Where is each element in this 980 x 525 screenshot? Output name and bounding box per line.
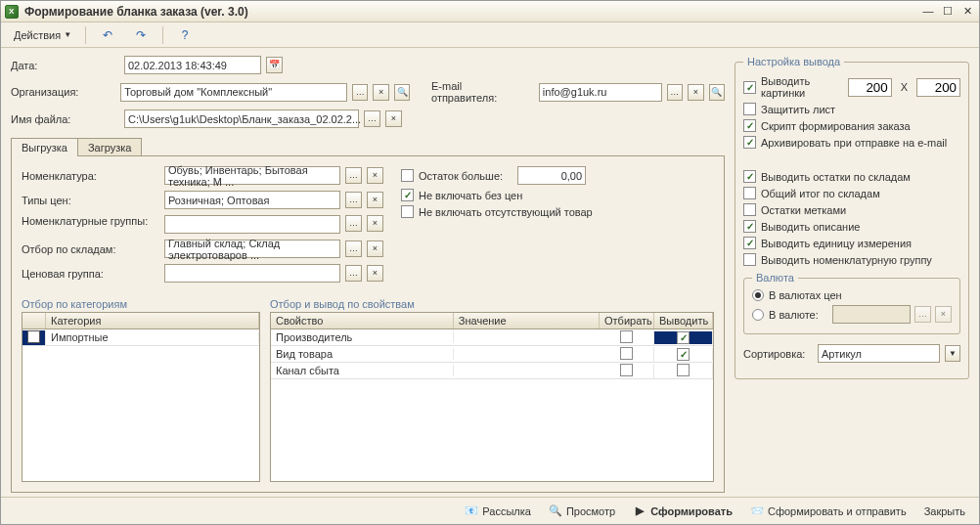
filename-value: C:\Users\g1uk\Desktop\Бланк_заказа_02.02… — [128, 113, 361, 125]
currency-clear-button[interactable]: × — [935, 306, 952, 323]
prop-out-checkbox[interactable]: ✓ — [677, 348, 690, 361]
maximize-button[interactable]: ☐ — [940, 5, 956, 19]
org-clear-button[interactable]: × — [373, 84, 388, 101]
warehouse-clear-button[interactable]: × — [367, 241, 383, 257]
form-send-button[interactable]: 📨 Сформировать и отправить — [746, 503, 911, 520]
prop-out-checkbox[interactable] — [677, 364, 690, 376]
exclude-noprice-checkbox[interactable]: ✓ — [401, 189, 414, 201]
undo-button[interactable]: ↶ — [93, 25, 122, 45]
calendar-button[interactable] — [266, 57, 283, 73]
warehouse-field[interactable]: Главный склад; Склад электротоваров ... — [164, 240, 340, 258]
currency-group: Валюта В валютах цен В валюте: … × — [743, 272, 960, 334]
property-row[interactable]: Вид товара ✓ — [271, 346, 713, 363]
show-desc-label: Выводить описание — [761, 221, 860, 233]
org-open-button[interactable]: 🔍 — [394, 84, 410, 101]
minimize-button[interactable]: — — [920, 5, 936, 19]
tabs: Выгрузка Загрузка — [11, 138, 725, 156]
email-field[interactable]: info@g1uk.ru — [539, 83, 662, 102]
image-width-field[interactable] — [848, 78, 892, 97]
separator — [85, 26, 86, 44]
output-settings-title: Настройка вывода — [743, 56, 844, 67]
form-button[interactable]: ▶ Сформировать — [629, 503, 736, 520]
prop-sel-checkbox[interactable] — [620, 364, 633, 376]
preview-button[interactable]: 🔍 Просмотр — [545, 503, 619, 520]
redo-icon: ↷ — [133, 27, 149, 43]
radio-price-currencies-label: В валютах цен — [769, 289, 842, 301]
cat-col-name[interactable]: Категория — [46, 313, 259, 328]
nomen-clear-button[interactable]: × — [367, 167, 383, 184]
close-button[interactable]: ✕ — [959, 5, 975, 19]
zip-email-label: Архивировать при отправке на e-mail — [761, 137, 947, 149]
category-row-checkbox[interactable] — [27, 330, 40, 343]
nomen-select-button[interactable]: … — [345, 167, 362, 184]
prop-out-checkbox[interactable]: ✓ — [677, 331, 690, 344]
stock-gt-checkbox[interactable] — [401, 169, 414, 182]
org-select-button[interactable]: … — [352, 84, 368, 101]
category-row[interactable]: Импортные — [22, 329, 259, 346]
pricetypes-select-button[interactable]: … — [345, 192, 362, 208]
zip-email-checkbox[interactable]: ✓ — [743, 136, 756, 149]
prop-col-value[interactable]: Значение — [454, 313, 600, 328]
radio-price-currencies[interactable] — [752, 289, 764, 301]
nomengroups-select-button[interactable]: … — [345, 215, 362, 232]
email-open-button[interactable]: 🔍 — [709, 84, 725, 101]
sort-dropdown-button[interactable]: ▼ — [945, 345, 960, 362]
org-field[interactable]: Торговый дом "Комплексный" — [120, 83, 347, 102]
image-height-field[interactable] — [916, 78, 960, 97]
redo-button[interactable]: ↷ — [126, 25, 156, 45]
actions-menu[interactable]: Действия ▼ — [7, 25, 78, 45]
radio-in-currency[interactable] — [752, 309, 764, 321]
show-group-label: Выводить номенклатурную группу — [761, 254, 932, 266]
help-button[interactable]: ? — [170, 25, 200, 45]
prop-sel-checkbox[interactable] — [620, 330, 633, 343]
totals-by-wh-label: Общий итог по складам — [761, 188, 880, 199]
tab-import[interactable]: Загрузка — [77, 138, 142, 156]
stocks-tags-checkbox[interactable] — [743, 203, 756, 216]
radio-in-currency-label: В валюте: — [769, 309, 827, 321]
filename-select-button[interactable]: … — [364, 110, 380, 127]
email-select-button[interactable]: … — [667, 84, 683, 101]
show-desc-checkbox[interactable]: ✓ — [743, 220, 756, 233]
category-name: Импортные — [46, 331, 259, 343]
pricegroup-clear-button[interactable]: × — [367, 265, 383, 282]
toolbar: Действия ▼ ↶ ↷ ? — [1, 22, 979, 48]
currency-select-button[interactable]: … — [914, 306, 931, 323]
totals-by-wh-checkbox[interactable] — [743, 187, 756, 199]
actions-label: Действия — [14, 29, 61, 41]
email-clear-button[interactable]: × — [688, 84, 703, 101]
pricetypes-field[interactable]: Розничная; Оптовая — [164, 191, 340, 209]
date-field[interactable]: 02.02.2013 18:43:49 — [124, 56, 261, 74]
exclude-missing-checkbox[interactable] — [401, 205, 414, 218]
nomengroups-field[interactable] — [164, 215, 340, 234]
filename-clear-button[interactable]: × — [385, 110, 402, 127]
tab-export[interactable]: Выгрузка — [11, 138, 78, 156]
titlebar: Формирование бланка заказа (ver. 3.0) — … — [1, 1, 979, 22]
prop-col-select[interactable]: Отбирать — [600, 313, 654, 328]
filename-field[interactable]: C:\Users\g1uk\Desktop\Бланк_заказа_02.02… — [124, 109, 359, 128]
window-controls: — ☐ ✕ — [920, 5, 975, 19]
pricegroup-select-button[interactable]: … — [345, 265, 362, 282]
stock-gt-value-field[interactable]: 0,00 — [517, 166, 586, 185]
pricetypes-label: Типы цен: — [22, 195, 158, 206]
protect-sheet-checkbox[interactable] — [743, 103, 756, 115]
prop-col-property[interactable]: Свойство — [271, 313, 454, 328]
currency-group-title: Валюта — [752, 272, 798, 284]
close-window-button[interactable]: Закрыть — [920, 503, 969, 519]
property-row[interactable]: Канал сбыта — [271, 363, 713, 379]
pricetypes-clear-button[interactable]: × — [367, 192, 383, 208]
warehouse-select-button[interactable]: … — [345, 241, 362, 257]
nomengroups-clear-button[interactable]: × — [367, 215, 383, 232]
nomen-field[interactable]: Обувь; Инвентарь; Бытовая техника; М ... — [164, 166, 340, 185]
form-script-checkbox[interactable]: ✓ — [743, 119, 756, 132]
show-group-checkbox[interactable] — [743, 253, 756, 266]
mailing-button[interactable]: 📧 Рассылка — [461, 503, 535, 520]
property-row[interactable]: Производитель ✓ — [271, 329, 713, 346]
sort-field[interactable]: Артикул — [818, 344, 940, 363]
prop-col-output[interactable]: Выводить — [654, 313, 713, 328]
prop-sel-checkbox[interactable] — [620, 347, 633, 360]
show-images-checkbox[interactable]: ✓ — [743, 81, 756, 94]
stocks-by-wh-checkbox[interactable]: ✓ — [743, 170, 756, 183]
pricegroup-field[interactable] — [164, 264, 340, 283]
show-unit-checkbox[interactable]: ✓ — [743, 237, 756, 249]
cat-col-check[interactable] — [22, 313, 46, 328]
